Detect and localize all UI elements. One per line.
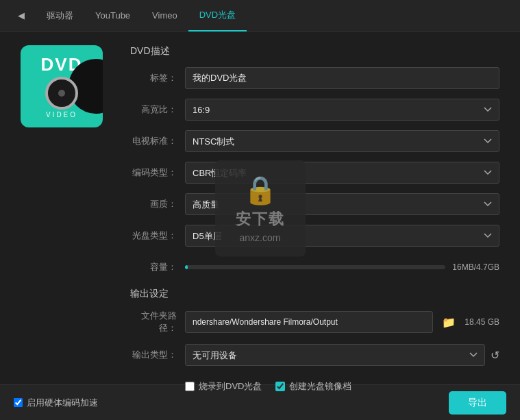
refresh-icon: ↺ [491,349,499,361]
encode-type-label: 编码类型： [130,166,185,179]
disc-type-label: 光盘类型： [130,230,185,242]
create-image-label: 创建光盘镜像档 [289,380,351,393]
nav-youtube[interactable]: YouTube [84,0,141,32]
output-section: 输出设定 文件夹路径： 📁 18.45 GB 输出类型： 无可用设备 [130,288,499,397]
create-image-checkbox-row: 创建光盘镜像档 [275,380,351,393]
nav-dvd[interactable]: DVD光盘 [188,0,247,32]
picture-quality-row: 画质： 高质量 标准质量 [130,193,499,215]
folder-icon: 📁 [442,316,456,329]
file-size-label: 18.45 GB [465,317,499,327]
dvd-description-title: DVD描述 [130,45,499,58]
top-nav: ◀ 驱动器 YouTube Vimeo DVD光盘 [0,0,520,32]
label-field-label: 标签： [130,72,185,84]
nav-vimeo[interactable]: Vimeo [141,0,188,32]
output-type-label: 输出类型： [130,349,185,361]
burn-dvd-checkbox[interactable] [185,382,195,391]
capacity-progress-fill [185,265,188,269]
dvd-box: DVD VIDEO [21,45,103,127]
output-section-title: 输出设定 [130,288,499,300]
label-input[interactable] [185,67,499,89]
output-type-select[interactable]: 无可用设备 [185,344,485,366]
create-image-checkbox[interactable] [275,382,285,391]
dvd-disc [45,77,78,110]
folder-browse-button[interactable]: 📁 [438,312,459,332]
disc-type-row: 光盘类型： D5单层 D9双层 [130,225,499,247]
capacity-label: 容量： [130,261,185,273]
hw-accel-row: 启用硬体编码加速 [14,397,98,409]
burn-dvd-checkbox-row: 烧录到DVD光盘 [185,380,262,393]
nav-driver[interactable]: 驱动器 [36,0,84,32]
burn-options: 烧录到DVD光盘 创建光盘镜像档 [185,380,351,393]
tv-standard-label: 电视标准： [130,135,185,147]
hw-accel-label: 启用硬体编码加速 [27,397,98,409]
burn-checkboxes-row: 烧录到DVD光盘 创建光盘镜像档 [130,375,499,397]
back-icon: ◀ [18,10,25,21]
tv-standard-row: 电视标准： NTSC制式 PAL制式 [130,130,499,152]
folder-path-row: 文件夹路径： 📁 18.45 GB [130,310,499,334]
picture-quality-label: 画质： [130,198,185,210]
capacity-progress-bar [185,265,445,269]
capacity-row: 容量： 16MB/4.7GB [130,256,499,278]
burn-dvd-label: 烧录到DVD光盘 [199,380,262,393]
aspect-ratio-select[interactable]: 16:9 4:3 [185,99,499,121]
label-row: 标签： [130,67,499,89]
disc-type-select[interactable]: D5单层 D9双层 [185,225,499,247]
capacity-progress-wrap: 16MB/4.7GB [185,262,499,272]
capacity-value: 16MB/4.7GB [452,262,499,272]
file-row: 📁 18.45 GB [185,311,499,333]
dvd-video-label: VIDEO [46,111,77,119]
folder-path-input[interactable] [185,311,433,333]
refresh-button[interactable]: ↺ [491,349,499,362]
encode-type-row: 编码类型： CBR恒定码率 VBR可变码率 [130,162,499,184]
main-content: 🔒 安下载 anxz.com DVD VIDEO DVD描述 标签： 高宽比： … [0,32,520,384]
picture-quality-select[interactable]: 高质量 标准质量 [185,193,499,215]
nav-back[interactable]: ◀ [7,0,36,32]
folder-path-label: 文件夹路径： [130,310,185,334]
dvd-icon-panel: DVD VIDEO [21,45,110,371]
hw-accel-checkbox[interactable] [14,398,23,407]
output-type-row: 输出类型： 无可用设备 ↺ [130,344,499,366]
aspect-ratio-row: 高宽比： 16:9 4:3 [130,99,499,121]
aspect-ratio-label: 高宽比： [130,103,185,116]
form-section: DVD描述 标签： 高宽比： 16:9 4:3 电视标准： NTSC制式 PAL… [130,45,499,371]
encode-type-select[interactable]: CBR恒定码率 VBR可变码率 [185,162,499,184]
tv-standard-select[interactable]: NTSC制式 PAL制式 [185,130,499,152]
